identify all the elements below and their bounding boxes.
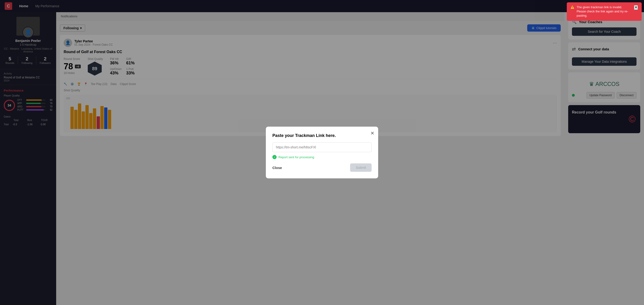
modal-overlay[interactable]: Paste your Trackman Link here. ✕ ✓ Repor… bbox=[0, 0, 644, 305]
modal-footer: Close Submit bbox=[272, 164, 372, 172]
toast-close-button[interactable]: ✕ bbox=[634, 5, 638, 10]
modal-submit-button[interactable]: Submit bbox=[350, 164, 372, 172]
success-checkmark-icon: ✓ bbox=[272, 155, 276, 159]
modal-title: Paste your Trackman Link here. bbox=[272, 133, 372, 138]
trackman-modal: Paste your Trackman Link here. ✕ ✓ Repor… bbox=[266, 127, 378, 178]
trackman-link-input[interactable] bbox=[272, 142, 372, 152]
modal-success-message: ✓ Report sent for processing bbox=[272, 155, 372, 159]
error-toast: ⚠️ The given trackman link is invalid. P… bbox=[567, 2, 642, 21]
modal-close-icon-button[interactable]: ✕ bbox=[370, 130, 374, 136]
modal-close-button[interactable]: Close bbox=[272, 166, 282, 170]
toast-message: The given trackman link is invalid. Plea… bbox=[576, 5, 629, 18]
toast-warning-icon: ⚠️ bbox=[570, 5, 574, 9]
